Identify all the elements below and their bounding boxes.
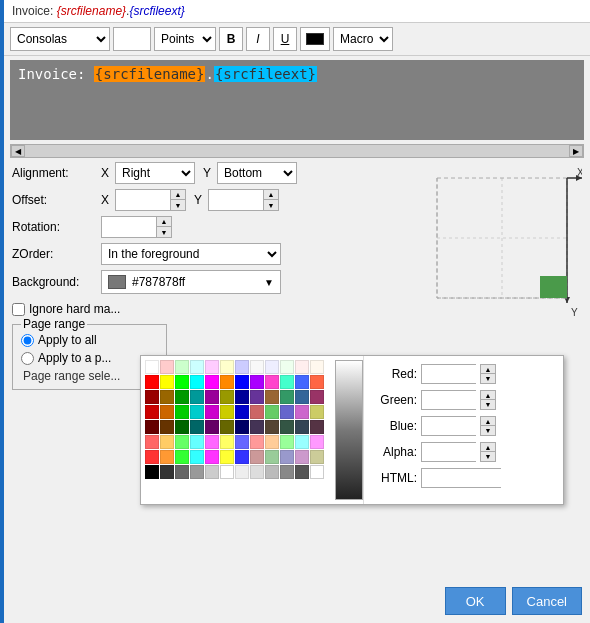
palette-cell[interactable] — [295, 450, 309, 464]
palette-cell[interactable] — [220, 375, 234, 389]
palette-cell[interactable] — [205, 390, 219, 404]
palette-cell[interactable] — [175, 405, 189, 419]
points-select[interactable]: Points — [154, 27, 216, 51]
apply-page-radio[interactable] — [21, 352, 34, 365]
palette-cell[interactable] — [160, 450, 174, 464]
palette-cell[interactable] — [295, 405, 309, 419]
offset-x-up[interactable]: ▲ — [171, 190, 185, 200]
palette-cell[interactable] — [160, 435, 174, 449]
palette-cell[interactable] — [145, 390, 159, 404]
red-down[interactable]: ▼ — [481, 374, 495, 383]
palette-cell[interactable] — [205, 450, 219, 464]
palette-cell[interactable] — [145, 360, 159, 374]
palette-cell[interactable] — [220, 465, 234, 479]
color-button[interactable] — [300, 27, 330, 51]
html-input[interactable]: #787878ff — [421, 468, 501, 488]
palette-cell[interactable] — [235, 360, 249, 374]
palette-cell[interactable] — [250, 405, 264, 419]
palette-cell[interactable] — [235, 450, 249, 464]
palette-cell[interactable] — [295, 435, 309, 449]
offset-x-down[interactable]: ▼ — [171, 200, 185, 210]
palette-cell[interactable] — [235, 420, 249, 434]
alignment-x-select[interactable]: Right — [115, 162, 195, 184]
palette-cell[interactable] — [280, 405, 294, 419]
palette-cell[interactable] — [175, 465, 189, 479]
palette-cell[interactable] — [160, 465, 174, 479]
palette-cell[interactable] — [145, 435, 159, 449]
palette-cell[interactable] — [175, 450, 189, 464]
palette-cell[interactable] — [205, 360, 219, 374]
palette-cell[interactable] — [220, 360, 234, 374]
alpha-down[interactable]: ▼ — [481, 452, 495, 461]
palette-cell[interactable] — [220, 450, 234, 464]
alignment-y-select[interactable]: Bottom — [217, 162, 297, 184]
palette-cell[interactable] — [175, 360, 189, 374]
palette-cell[interactable] — [310, 360, 324, 374]
palette-cell[interactable] — [190, 360, 204, 374]
palette-cell[interactable] — [145, 405, 159, 419]
palette-cell[interactable] — [265, 375, 279, 389]
palette-cell[interactable] — [310, 465, 324, 479]
red-input[interactable]: 120 — [421, 364, 476, 384]
palette-cell[interactable] — [145, 465, 159, 479]
ok-button[interactable]: OK — [445, 587, 506, 615]
alpha-up[interactable]: ▲ — [481, 443, 495, 452]
palette-cell[interactable] — [310, 420, 324, 434]
palette-cell[interactable] — [265, 450, 279, 464]
palette-cell[interactable] — [295, 420, 309, 434]
palette-cell[interactable] — [250, 450, 264, 464]
palette-cell[interactable] — [235, 465, 249, 479]
palette-cell[interactable] — [250, 420, 264, 434]
palette-cell[interactable] — [280, 390, 294, 404]
palette-cell[interactable] — [190, 390, 204, 404]
palette-cell[interactable] — [250, 390, 264, 404]
palette-cell[interactable] — [145, 375, 159, 389]
palette-cell[interactable] — [205, 420, 219, 434]
palette-cell[interactable] — [190, 465, 204, 479]
green-up[interactable]: ▲ — [481, 391, 495, 400]
palette-cell[interactable] — [220, 405, 234, 419]
zorder-select[interactable]: In the foreground — [101, 243, 281, 265]
cancel-button[interactable]: Cancel — [512, 587, 582, 615]
palette-cell[interactable] — [265, 405, 279, 419]
palette-cell[interactable] — [295, 360, 309, 374]
horizontal-scrollbar[interactable]: ◀ ▶ — [10, 144, 584, 158]
palette-cell[interactable] — [220, 435, 234, 449]
italic-button[interactable]: I — [246, 27, 270, 51]
red-up[interactable]: ▲ — [481, 365, 495, 374]
rotation-up[interactable]: ▲ — [157, 217, 171, 227]
text-editor[interactable]: Invoice: {srcfilename}.{srcfileext} — [10, 60, 584, 140]
palette-cell[interactable] — [310, 405, 324, 419]
apply-all-radio[interactable] — [21, 334, 34, 347]
palette-cell[interactable] — [310, 435, 324, 449]
blue-up[interactable]: ▲ — [481, 417, 495, 426]
palette-cell[interactable] — [265, 390, 279, 404]
palette-cell[interactable] — [265, 420, 279, 434]
blue-down[interactable]: ▼ — [481, 426, 495, 435]
palette-cell[interactable] — [160, 420, 174, 434]
green-input[interactable]: 120 — [421, 390, 476, 410]
macro-select[interactable]: Macro — [333, 27, 393, 51]
palette-cell[interactable] — [220, 390, 234, 404]
palette-cell[interactable] — [145, 420, 159, 434]
palette-cell[interactable] — [175, 375, 189, 389]
size-input[interactable]: 11 — [113, 27, 151, 51]
palette-cell[interactable] — [280, 420, 294, 434]
blue-input[interactable]: 120 — [421, 416, 476, 436]
palette-cell[interactable] — [295, 375, 309, 389]
alpha-input[interactable]: 255 — [421, 442, 476, 462]
palette-cell[interactable] — [190, 420, 204, 434]
scroll-right-button[interactable]: ▶ — [569, 145, 583, 157]
palette-cell[interactable] — [220, 420, 234, 434]
palette-cell[interactable] — [175, 420, 189, 434]
palette-cell[interactable] — [235, 405, 249, 419]
bold-button[interactable]: B — [219, 27, 243, 51]
palette-cell[interactable] — [265, 435, 279, 449]
offset-y-down[interactable]: ▼ — [264, 200, 278, 210]
palette-cell[interactable] — [310, 375, 324, 389]
palette-cell[interactable] — [280, 465, 294, 479]
green-down[interactable]: ▼ — [481, 400, 495, 409]
palette-cell[interactable] — [175, 390, 189, 404]
palette-cell[interactable] — [205, 375, 219, 389]
palette-cell[interactable] — [190, 450, 204, 464]
